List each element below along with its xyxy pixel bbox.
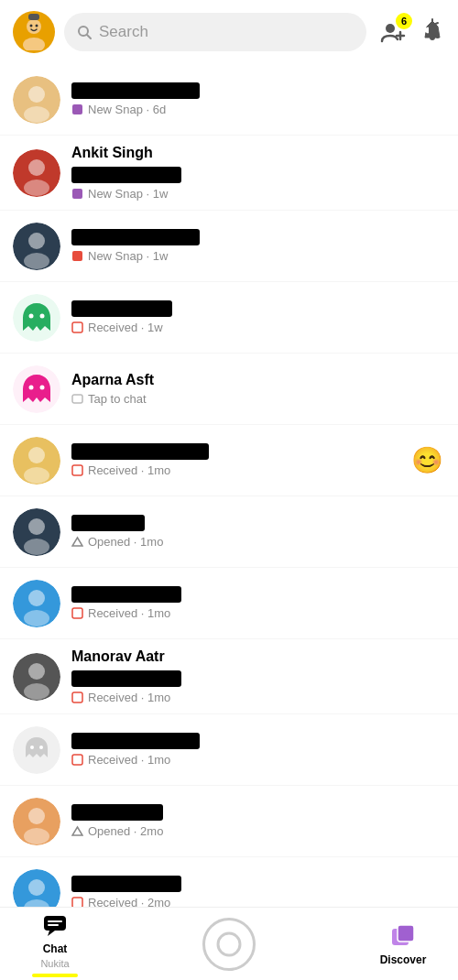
status-text: Opened · 1mo <box>88 535 163 549</box>
svg-rect-33 <box>72 395 82 403</box>
svg-rect-5 <box>28 14 39 20</box>
bottom-nav: Chat Nukita Discover <box>0 907 458 980</box>
chat-list: New Snap · 6d Ankit SinghNew Snap · 1w N… <box>0 64 458 907</box>
chat-avatar <box>13 149 60 197</box>
chat-status: Opened · 1mo <box>71 535 445 549</box>
notification-button[interactable] <box>420 17 445 47</box>
name-redacted-bar <box>71 300 172 317</box>
chat-name-row <box>71 515 445 531</box>
status-text: Received · 1mo <box>88 463 170 477</box>
chat-name-row <box>71 733 445 749</box>
chat-name-row <box>71 586 445 603</box>
chat-status: Received · 2mo <box>71 896 445 907</box>
svg-point-44 <box>24 610 49 626</box>
svg-rect-37 <box>72 465 82 475</box>
chat-avatar <box>13 365 60 413</box>
chat-avatar <box>13 653 60 701</box>
chat-status: New Snap · 6d <box>71 103 445 116</box>
chat-nav-icon <box>40 910 70 940</box>
status-text: Tap to chat <box>88 392 147 406</box>
chat-status: New Snap · 1w <box>71 249 445 263</box>
svg-point-43 <box>28 590 45 606</box>
chat-name-row: Ankit Singh <box>71 145 445 161</box>
name-redacted-bar <box>71 229 200 245</box>
status-text: New Snap · 6d <box>88 103 166 116</box>
svg-point-48 <box>24 683 49 700</box>
chat-info: Opened · 2mo <box>71 804 445 838</box>
chat-item[interactable]: Received · 1w <box>0 282 458 354</box>
status-text: New Snap · 1w <box>88 249 168 263</box>
svg-point-27 <box>29 313 34 318</box>
chat-item[interactable]: Ankit SinghNew Snap · 1w <box>0 136 458 211</box>
chat-item[interactable]: New Snap · 1w <box>0 211 458 282</box>
svg-rect-49 <box>72 692 82 702</box>
chat-item[interactable]: Aparna AsftTap to chat <box>0 354 458 425</box>
chat-status: Received · 1mo <box>71 606 445 620</box>
chat-name-row <box>71 804 445 821</box>
profile-avatar[interactable] <box>13 11 55 53</box>
chat-name: Manorav Aatr <box>71 648 165 665</box>
svg-rect-25 <box>72 251 82 261</box>
chat-nav-sublabel: Nukita <box>40 958 69 969</box>
discover-nav-label: Discover <box>380 953 427 966</box>
svg-point-32 <box>40 385 45 389</box>
search-icon <box>77 25 92 39</box>
chat-name: Aparna Asft <box>71 372 154 388</box>
chat-info: Ankit SinghNew Snap · 1w <box>71 145 445 201</box>
svg-marker-57 <box>72 827 82 835</box>
header-actions: 6 <box>376 15 445 49</box>
svg-point-55 <box>28 808 45 824</box>
chat-avatar <box>13 223 60 270</box>
chat-name-row <box>71 82 445 99</box>
svg-point-28 <box>40 313 45 318</box>
svg-point-24 <box>24 253 49 269</box>
friend-request-badge: 6 <box>396 13 412 29</box>
chat-status: Received · 1mo <box>71 691 445 704</box>
svg-point-23 <box>28 233 45 249</box>
chat-avatar <box>13 508 60 556</box>
status-text: Received · 1mo <box>88 606 170 620</box>
chat-avatar <box>13 798 60 845</box>
chat-item[interactable]: Received · 1mo😊 <box>0 425 458 496</box>
chat-item[interactable]: Received · 2mo <box>0 857 458 907</box>
svg-point-52 <box>39 746 43 749</box>
svg-point-47 <box>28 663 45 680</box>
svg-line-7 <box>87 35 91 38</box>
active-indicator <box>32 974 78 977</box>
chat-status: Tap to chat <box>71 392 445 406</box>
nav-chat[interactable]: Chat Nukita <box>27 910 82 977</box>
chat-info: Received · 2mo <box>71 876 445 907</box>
svg-point-59 <box>28 879 45 896</box>
chat-item[interactable]: Opened · 1mo <box>0 496 458 568</box>
chat-status: Received · 1w <box>71 321 445 334</box>
discover-nav-icon <box>388 921 418 951</box>
chat-avatar <box>13 294 60 342</box>
nav-discover[interactable]: Discover <box>376 921 431 966</box>
svg-point-16 <box>24 106 49 123</box>
chat-info: Received · 1mo <box>71 443 445 477</box>
chat-item[interactable]: New Snap · 6d <box>0 64 458 136</box>
svg-rect-17 <box>72 104 82 114</box>
name-redacted-bar <box>71 733 200 749</box>
camera-button[interactable] <box>202 918 256 971</box>
chat-item[interactable]: Received · 1mo <box>0 714 458 786</box>
svg-point-19 <box>28 159 45 176</box>
name-redacted-row <box>71 165 445 183</box>
search-bar[interactable]: Search <box>64 13 366 51</box>
chat-info: Manorav AatrReceived · 1mo <box>71 648 445 704</box>
svg-rect-21 <box>72 189 82 199</box>
chat-item[interactable]: Manorav AatrReceived · 1mo <box>0 639 458 714</box>
header: Search 6 <box>0 0 458 64</box>
svg-point-36 <box>24 467 49 484</box>
svg-point-1 <box>27 19 41 34</box>
chat-info: Received · 1mo <box>71 733 445 767</box>
svg-point-8 <box>386 24 395 33</box>
chat-item[interactable]: Opened · 2mo <box>0 786 458 857</box>
chat-nav-label: Chat <box>43 942 68 955</box>
chat-item[interactable]: Received · 1mo <box>0 568 458 639</box>
chat-avatar <box>13 76 60 124</box>
chat-name: Ankit Singh <box>71 145 153 161</box>
name-redacted-bar <box>71 876 181 892</box>
add-friend-button[interactable]: 6 <box>376 15 410 49</box>
svg-point-15 <box>28 86 45 103</box>
